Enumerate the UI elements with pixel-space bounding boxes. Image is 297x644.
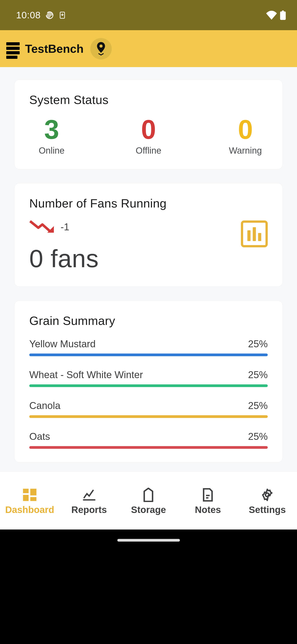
- android-gesture-bar[interactable]: [0, 530, 297, 551]
- grain-progress-bar: [29, 415, 268, 418]
- fans-trend-value: -1: [60, 222, 69, 232]
- notes-icon: [200, 488, 216, 501]
- status-online[interactable]: 3 Online: [29, 115, 74, 156]
- svg-rect-5: [23, 495, 29, 501]
- grain-progress-bar: [29, 384, 268, 387]
- grain-summary-card: Grain Summary Yellow Mustard25%Wheat - S…: [14, 300, 283, 462]
- grain-item[interactable]: Wheat - Soft White Winter25%: [29, 369, 268, 387]
- storage-icon: [141, 488, 156, 501]
- grain-percent: 25%: [248, 338, 268, 350]
- system-status-title: System Status: [29, 93, 268, 107]
- nav-notes[interactable]: Notes: [181, 488, 235, 515]
- download-icon: [58, 11, 66, 20]
- nav-settings[interactable]: Settings: [241, 488, 294, 515]
- status-time: 10:08: [16, 10, 41, 20]
- location-button[interactable]: [90, 38, 112, 60]
- wifi-icon: [266, 11, 277, 20]
- status-warning-label: Warning: [229, 146, 262, 156]
- grain-percent: 25%: [248, 369, 268, 380]
- dashboard-content: System Status 3 Online 0 Offline 0 Warni…: [0, 67, 297, 471]
- dashboard-icon: [22, 488, 37, 501]
- nav-dashboard-label: Dashboard: [5, 504, 54, 515]
- status-online-label: Online: [39, 146, 65, 156]
- grain-name: Yellow Mustard: [29, 338, 96, 350]
- status-offline-label: Offline: [136, 146, 161, 156]
- grain-percent: 25%: [248, 431, 268, 442]
- nav-settings-label: Settings: [249, 504, 286, 515]
- battery-icon: [280, 10, 286, 20]
- nav-reports[interactable]: Reports: [62, 488, 116, 515]
- grain-summary-title: Grain Summary: [29, 314, 268, 328]
- nav-reports-label: Reports: [71, 504, 107, 515]
- fans-card: Number of Fans Running -1 0 fans: [14, 183, 283, 287]
- trend-down-icon: [29, 219, 54, 235]
- status-online-value: 3: [44, 115, 59, 144]
- grain-progress-bar: [29, 354, 268, 356]
- svg-rect-6: [30, 497, 36, 501]
- nav-notes-label: Notes: [195, 504, 221, 515]
- fans-title: Number of Fans Running: [29, 196, 268, 210]
- nav-storage-label: Storage: [131, 504, 166, 515]
- sync-icon: [45, 11, 54, 20]
- svg-rect-1: [280, 12, 286, 20]
- nav-storage[interactable]: Storage: [122, 488, 175, 515]
- grain-item[interactable]: Oats25%: [29, 431, 268, 449]
- reports-icon: [81, 488, 97, 501]
- system-status-card: System Status 3 Online 0 Offline 0 Warni…: [14, 80, 283, 169]
- nav-dashboard[interactable]: Dashboard: [3, 488, 56, 515]
- status-warning[interactable]: 0 Warning: [223, 115, 268, 156]
- bottom-nav: Dashboard Reports Storage Notes Settings: [0, 471, 297, 530]
- svg-rect-3: [23, 488, 29, 493]
- location-pin-icon: [96, 42, 106, 56]
- fans-summary: 0 fans: [29, 244, 99, 273]
- svg-rect-2: [282, 10, 284, 12]
- grain-item[interactable]: Canola25%: [29, 400, 268, 418]
- app-logo-icon: [6, 39, 20, 59]
- gesture-pill-icon: [117, 539, 180, 542]
- bar-chart-icon: [247, 230, 251, 241]
- grain-progress-bar: [29, 446, 268, 449]
- status-offline-value: 0: [141, 115, 156, 144]
- android-status-bar: 10:08: [0, 0, 297, 30]
- app-header: TestBench: [0, 30, 297, 67]
- grain-name: Canola: [29, 400, 60, 411]
- status-offline[interactable]: 0 Offline: [126, 115, 171, 156]
- svg-rect-4: [30, 488, 36, 495]
- grain-name: Oats: [29, 431, 50, 442]
- grain-item[interactable]: Yellow Mustard25%: [29, 338, 268, 356]
- grain-percent: 25%: [248, 400, 268, 411]
- grain-name: Wheat - Soft White Winter: [29, 369, 143, 380]
- fans-chart-button[interactable]: [241, 220, 268, 247]
- app-title: TestBench: [25, 42, 84, 56]
- settings-icon: [260, 488, 275, 501]
- status-warning-value: 0: [238, 115, 253, 144]
